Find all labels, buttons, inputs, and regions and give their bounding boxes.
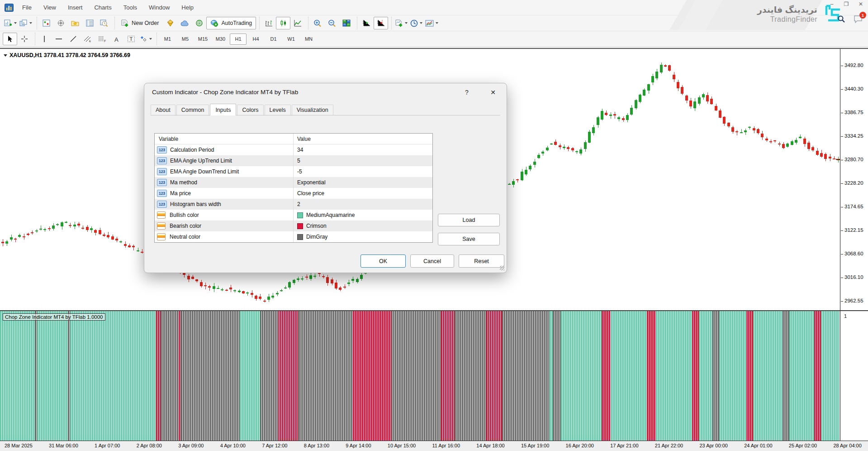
horizontal-line-button[interactable] (52, 33, 66, 45)
new-order-button[interactable]: New Order (117, 17, 163, 29)
terminal-button[interactable] (82, 17, 97, 29)
metaeditor-button[interactable] (163, 17, 177, 29)
periods-button[interactable] (409, 17, 424, 29)
dialog-close-button[interactable]: ✕ (486, 87, 500, 98)
crosshair-button[interactable] (17, 33, 32, 45)
new-chart-button[interactable] (3, 17, 18, 29)
chart-shift-button[interactable] (374, 17, 388, 29)
timeframe-d1[interactable]: D1 (265, 34, 282, 45)
tab-levels[interactable]: Levels (265, 105, 291, 115)
indicators-button[interactable] (394, 17, 409, 29)
arrow-shapes-button[interactable] (138, 33, 153, 45)
param-row[interactable]: 123Ma methodExponential (155, 177, 432, 188)
param-value-cell[interactable]: 34 (293, 147, 432, 153)
timeframe-h4[interactable]: H4 (247, 34, 264, 45)
candle-body (309, 275, 312, 279)
timeframe-m30[interactable]: M30 (212, 34, 229, 45)
tab-about[interactable]: About (151, 105, 175, 115)
time-axis[interactable]: 28 Mar 202531 Mar 06:001 Apr 07:002 Apr … (0, 441, 868, 451)
timeframe-mn[interactable]: MN (300, 34, 317, 45)
minimize-button[interactable]: – (828, 1, 835, 7)
menu-item-tools[interactable]: Tools (118, 4, 143, 11)
menu-item-view[interactable]: View (38, 4, 62, 11)
tab-inputs[interactable]: Inputs (210, 104, 236, 115)
cursor-button[interactable] (3, 33, 17, 45)
timeframe-h1[interactable]: H1 (230, 34, 247, 45)
cancel-button[interactable]: Cancel (410, 254, 454, 268)
menu-item-charts[interactable]: Charts (88, 4, 117, 11)
candle-body (584, 142, 587, 149)
timeframe-m15[interactable]: M15 (194, 34, 211, 45)
auto-scroll-button[interactable] (359, 17, 374, 29)
param-row[interactable]: 123Histogram bars width2 (155, 199, 432, 210)
text-label-button[interactable]: T (124, 33, 138, 45)
tab-colors[interactable]: Colors (237, 105, 263, 115)
close-button[interactable]: ✕ (857, 1, 864, 7)
tab-common[interactable]: Common (176, 105, 209, 115)
param-value-cell[interactable]: -5 (293, 168, 432, 175)
navigator-button[interactable] (68, 17, 82, 29)
vertical-line-button[interactable] (37, 33, 52, 45)
resize-grip[interactable] (500, 266, 504, 270)
param-row[interactable]: Neutral colorDimGray (155, 231, 432, 242)
notifications-icon[interactable]: 1 (854, 15, 863, 25)
param-value-cell[interactable]: Close price (293, 190, 432, 197)
reset-button[interactable]: Reset (459, 254, 504, 268)
fibonacci-button[interactable]: F (95, 33, 109, 45)
symbol-dropdown-icon[interactable] (4, 54, 7, 57)
param-row[interactable]: 123Ma priceClose price (155, 188, 432, 199)
equidistant-channel-button[interactable]: E (81, 33, 95, 45)
menu-item-file[interactable]: File (16, 4, 38, 11)
community-button[interactable] (177, 17, 192, 29)
histogram-segment-bear (278, 311, 299, 441)
param-row[interactable]: 123EMA Angle DownTrend Limit-5 (155, 166, 432, 177)
profiles-button[interactable] (18, 17, 33, 29)
zoom-in-button[interactable] (310, 17, 325, 29)
tab-visualization[interactable]: Visualization (292, 105, 333, 115)
param-value-cell[interactable]: DimGray (293, 234, 432, 240)
dialog-help-button[interactable]: ? (461, 87, 473, 98)
timeframe-w1[interactable]: W1 (283, 34, 299, 45)
trendline-button[interactable] (66, 33, 81, 45)
save-button[interactable]: Save (438, 233, 500, 245)
chop-zone-indicator-panel[interactable] (0, 310, 840, 441)
market-watch-button[interactable] (39, 17, 53, 29)
candle-body (546, 148, 549, 150)
menu-item-window[interactable]: Window (143, 4, 175, 11)
price-axis[interactable]: 3492.803440.303386.753334.253280.703228.… (840, 49, 868, 310)
timeframe-m5[interactable]: M5 (177, 34, 194, 45)
data-window-button[interactable] (53, 17, 68, 29)
candlestick-chart-button[interactable] (276, 17, 290, 29)
templates-button[interactable] (424, 17, 440, 29)
param-value-cell[interactable]: 5 (293, 158, 432, 164)
load-button[interactable]: Load (438, 214, 500, 226)
histogram-segment-bull (550, 311, 553, 441)
tile-windows-button[interactable] (339, 17, 354, 29)
indicator-label[interactable]: Chop Zone Indicator MT4 by TFlab 1.0000 (3, 313, 105, 321)
search-icon[interactable] (837, 15, 845, 25)
text-button[interactable]: A (109, 33, 124, 45)
text-label-icon: T (127, 35, 135, 43)
line-chart-button[interactable] (290, 17, 305, 29)
candle-body (69, 225, 71, 226)
ok-button[interactable]: OK (360, 254, 406, 268)
timeframe-m1[interactable]: M1 (159, 34, 176, 45)
menu-item-help[interactable]: Help (175, 4, 199, 11)
param-row[interactable]: Bullish colorMediumAquamarine (155, 210, 432, 221)
restore-button[interactable]: ❐ (843, 1, 850, 7)
param-row[interactable]: 123Calculation Period34 (155, 144, 432, 155)
param-value-cell[interactable]: Exponential (293, 179, 432, 186)
bar-chart-button[interactable] (261, 17, 276, 29)
param-value-cell[interactable]: MediumAquamarine (293, 212, 432, 218)
candle-body (693, 101, 696, 108)
autotrading-button[interactable]: AutoTrading (206, 17, 256, 29)
broadcast-button[interactable] (192, 17, 206, 29)
indicator-axis[interactable]: 1 (840, 310, 868, 441)
param-row[interactable]: Bearish colorCrimson (155, 221, 432, 231)
strategy-tester-button[interactable] (97, 17, 111, 29)
param-value-cell[interactable]: Crimson (293, 223, 432, 229)
param-row[interactable]: 123EMA Angle UpTrend Limit5 (155, 155, 432, 166)
menu-item-insert[interactable]: Insert (62, 4, 89, 11)
param-value-cell[interactable]: 2 (293, 201, 432, 207)
zoom-out-button[interactable] (325, 17, 339, 29)
